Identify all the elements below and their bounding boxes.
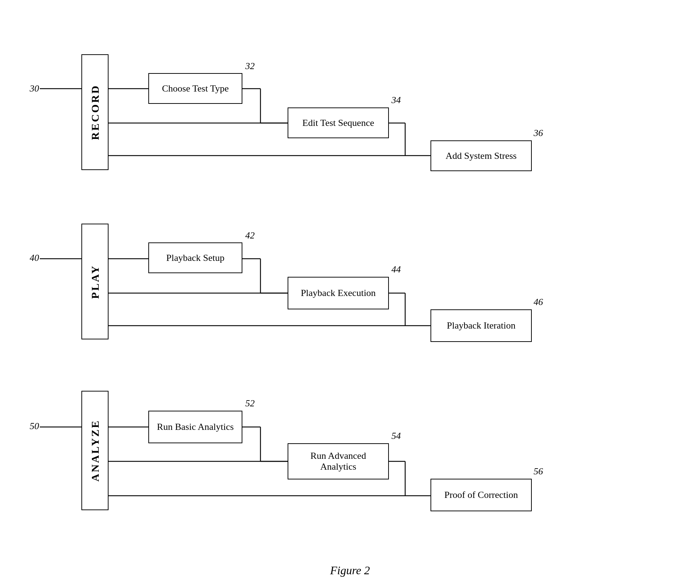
figure-caption: Figure 2 <box>330 564 370 577</box>
playback-setup-box: Playback Setup <box>148 242 242 273</box>
ref-54: 54 <box>391 431 401 441</box>
proof-of-correction-box: Proof of Correction <box>430 479 532 511</box>
ref-32: 32 <box>245 61 255 72</box>
choose-test-type-box: Choose Test Type <box>148 73 242 104</box>
ref-34: 34 <box>391 95 401 106</box>
playback-iteration-box: Playback Iteration <box>430 309 532 342</box>
ref-56: 56 <box>534 466 543 477</box>
ref-52: 52 <box>245 398 255 409</box>
ref-46: 46 <box>534 297 543 308</box>
ref-42: 42 <box>245 230 255 241</box>
ref-44: 44 <box>391 264 401 275</box>
ref-40: 40 <box>30 253 39 263</box>
diagram-container: RECORD 30 Choose Test Type 32 Edit Test … <box>29 22 662 546</box>
record-box: RECORD <box>81 54 109 170</box>
ref-36: 36 <box>534 128 543 139</box>
play-box: PLAY <box>81 224 109 339</box>
analyze-box: ANALYZE <box>81 391 109 510</box>
ref-30: 30 <box>30 83 39 94</box>
run-basic-analytics-box: Run Basic Analytics <box>148 411 242 443</box>
add-system-stress-box: Add System Stress <box>430 140 532 171</box>
run-advanced-analytics-box: Run Advanced Analytics <box>288 443 389 479</box>
ref-50: 50 <box>30 421 39 432</box>
edit-test-sequence-box: Edit Test Sequence <box>288 107 389 138</box>
playback-execution-box: Playback Execution <box>288 277 389 309</box>
